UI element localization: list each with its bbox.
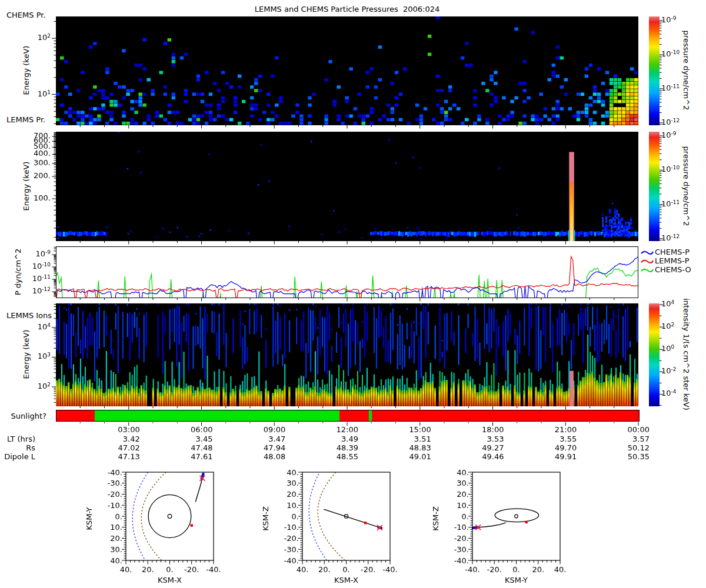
sunlight-segment-red — [339, 410, 369, 421]
cb2-tick: 10-12 — [661, 233, 697, 242]
orbit-tick-label: 30. — [457, 479, 469, 487]
orbit-tick-label: 40. — [457, 468, 469, 477]
orbit-tick-label: 20. — [532, 565, 544, 574]
colorbar-intensity — [649, 303, 660, 406]
particle-pressures-plot-page: LEMMS and CHEMS Particle Pressures 2006:… — [0, 0, 706, 588]
lemms-pressure-spectrogram — [56, 132, 638, 241]
orbit-tick-label: -40. — [108, 468, 122, 477]
legend-line-CHEMS-O — [641, 266, 654, 273]
orbit-tick-label: 20. — [287, 490, 299, 499]
orbit-tick-label: -20. — [361, 565, 375, 574]
cb4-tick: 104 — [661, 299, 697, 308]
time-row-value: 3.49 — [314, 435, 358, 443]
panel-label-lemms-pr: LEMMS Pr. — [6, 115, 45, 124]
time-row-value: 3.57 — [605, 435, 650, 443]
p4-ytick: 102 — [15, 382, 51, 390]
time-row-value: 47.48 — [169, 443, 213, 452]
orbit-tick-label: 40. — [110, 556, 122, 565]
cb1-tick: 10-11 — [661, 83, 697, 92]
time-row-label: Rs — [0, 443, 35, 452]
legend-label-CHEMS-O: CHEMS-O — [655, 265, 691, 274]
colorbar-label-pressure-1: pressure dyne/cm^2 — [682, 26, 691, 115]
p3-ytick: 10-9 — [15, 249, 51, 258]
time-row-value: 48.83 — [387, 443, 431, 452]
cb4-tick: 100 — [661, 344, 697, 353]
orbit-tick-label: 40. — [297, 565, 309, 574]
orbit-tick-label: -10. — [284, 523, 299, 532]
time-tick-label: 12:00 — [314, 425, 358, 434]
time-row-value: 50.12 — [605, 443, 650, 452]
orbit-tick-label: -40. — [454, 556, 469, 565]
colorbar-pressure-1 — [649, 16, 660, 125]
orbit-tick-label: 40. — [287, 468, 299, 477]
orbit-tick-label: 0. — [342, 565, 349, 574]
cb1-tick: 10-12 — [661, 118, 697, 126]
colorbar-pressure-2 — [649, 132, 660, 241]
p2-ytick: 100. — [15, 193, 51, 202]
sunlight-bar — [56, 410, 640, 422]
p4-ytick: 104 — [15, 322, 51, 331]
orbit-tick-label: -10. — [108, 501, 122, 510]
panel-label-sunlight: Sunlight? — [0, 412, 46, 420]
orbit-tick-label: -10. — [454, 523, 469, 532]
orbit-tick-label: KSM-Z — [431, 506, 440, 531]
time-row-value: 47.94 — [241, 443, 285, 452]
particle-pressure-line-chart — [56, 246, 638, 298]
sunlight-segment-green — [95, 410, 339, 421]
orbit-tick-label: 30. — [110, 545, 122, 554]
orbit-tick-label: -30. — [454, 545, 469, 554]
orbit-view-ksm-y-ksm-z: -40.-20.0.20.40.40.30.20.10.0.-10.-20.-3… — [417, 459, 582, 588]
time-row-value: 49.27 — [460, 443, 504, 452]
legend-line-LEMMS-P — [641, 258, 654, 265]
orbit-tick-label: 0. — [462, 512, 469, 521]
time-row-value: 47.02 — [96, 443, 140, 452]
orbit-tick-label: 0. — [292, 512, 299, 521]
orbit-tick-label: 0. — [115, 512, 122, 521]
orbit-tick-label: KSM-Y — [85, 507, 94, 530]
orbit-tick-label: 20. — [110, 534, 122, 543]
time-tick-label: 15:00 — [387, 425, 431, 434]
time-row-value: 3.42 — [96, 435, 140, 443]
orbit-tick-label: KSM-X — [158, 576, 182, 584]
orbit-tick-label: -40. — [465, 565, 479, 574]
p3-ytick: 10-11 — [15, 274, 51, 283]
sunlight-segment-red — [372, 410, 639, 421]
time-tick-label: 00:00 — [605, 425, 650, 434]
page-title: LEMMS and CHEMS Particle Pressures 2006:… — [56, 5, 638, 14]
legend-label-CHEMS-P: CHEMS-P — [655, 248, 690, 256]
p3-ytick: 10-10 — [15, 262, 51, 270]
colorbar-label-intensity: intensity 1/(s cm^2 ster keV) — [682, 290, 691, 419]
p1-ytick: 102 — [15, 33, 51, 42]
orbit-tick-label: -40. — [284, 556, 299, 565]
orbit-tick-label: 20. — [318, 565, 331, 574]
orbit-tick-label: 10. — [287, 501, 299, 510]
sunlight-segment-red — [56, 410, 95, 421]
y-axis-label-pressure: P dyn/cm^2 — [14, 234, 22, 310]
cb4-tick: 102 — [661, 322, 697, 330]
time-row-value: 3.47 — [241, 435, 285, 443]
orbit-tick-label: 20. — [142, 565, 154, 574]
chems-pressure-spectrogram — [56, 16, 638, 125]
time-tick-label: 21:00 — [532, 425, 577, 434]
time-tick-label: 09:00 — [241, 425, 285, 434]
p2-ytick: 200. — [15, 171, 51, 180]
orbit-tick-label: KSM-X — [334, 576, 358, 584]
p1-ytick: 101 — [15, 89, 51, 98]
orbit-tick-label: -20. — [108, 490, 122, 499]
time-tick-label: 18:00 — [460, 425, 504, 434]
colorbar-label-pressure-2: pressure dyne/cm^2 — [682, 142, 691, 230]
orbit-tick-label: 40. — [120, 565, 132, 574]
orbit-tick-label: KSM-Z — [261, 506, 270, 531]
cb4-tick: 10-2 — [661, 366, 697, 375]
orbit-tick-label: 20. — [457, 490, 469, 499]
orbit-tick-label: -20. — [487, 565, 502, 574]
orbit-tick-label: 10. — [457, 501, 469, 510]
orbit-tick-label: -20. — [284, 534, 299, 543]
orbit-tick-label: -40. — [206, 565, 221, 574]
time-row-value: 49.70 — [532, 443, 577, 452]
orbit-view-ksm-x-ksm-z: 40.20.0.-20.-40.40.30.20.10.0.-10.-20.-3… — [247, 459, 412, 588]
orbit-tick-label: 0. — [512, 565, 519, 574]
p2-ytick: 700. — [15, 131, 51, 140]
cb1-tick: 10-9 — [661, 15, 697, 24]
time-row-value: 3.53 — [460, 435, 504, 443]
